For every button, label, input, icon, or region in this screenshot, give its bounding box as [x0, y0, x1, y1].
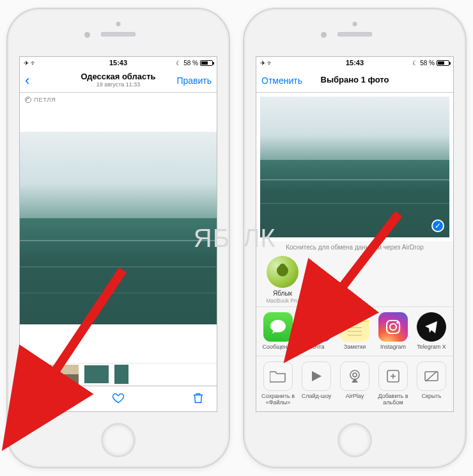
battery-icon — [437, 60, 449, 66]
hide-icon — [417, 361, 446, 391]
edit-button[interactable]: Править — [176, 75, 212, 86]
nav-subtitle: 19 августа 11:33 — [81, 82, 155, 88]
nav-title: Одесская область — [81, 72, 155, 81]
front-camera — [321, 32, 327, 38]
status-bar: ✈︎ ᯤ 15:43 ☾ 58 % — [256, 57, 453, 68]
airdrop-hint: Коснитесь для обмена данными через AirDr… — [256, 241, 453, 252]
share-button[interactable] — [31, 391, 45, 408]
notes-icon — [340, 312, 369, 342]
svg-point-11 — [353, 373, 357, 377]
navbar: Отменить Выбрано 1 фото — [256, 68, 453, 93]
share-app-telegram[interactable]: Telegram X — [412, 312, 451, 351]
share-app-messages[interactable]: Сообщение — [259, 312, 297, 351]
play-icon — [302, 361, 331, 391]
add-album-icon — [378, 361, 408, 391]
folder-icon — [263, 361, 293, 391]
moon-icon: ☾ — [412, 60, 418, 67]
battery-pct: 58 % — [183, 60, 198, 67]
share-sheet: Коснитесь для обмена данными через AirDr… — [256, 241, 453, 411]
messages-icon — [263, 312, 293, 342]
thumbnail[interactable] — [65, 365, 79, 384]
bottom-toolbar — [20, 386, 217, 411]
share-app-notes[interactable]: Заметки — [336, 312, 374, 351]
airdrop-device: MacBook Pro — [266, 298, 299, 304]
share-apps-row: Сообщение Почта Заметки — [256, 307, 453, 356]
nav-title: Выбрано 1 фото — [321, 75, 389, 84]
action-slideshow[interactable]: Слайд-шоу — [297, 361, 336, 406]
thumbnail[interactable] — [36, 365, 50, 384]
home-button[interactable] — [101, 423, 136, 457]
thumbnail[interactable] — [22, 365, 36, 384]
airdrop-name: Яблык — [263, 290, 302, 297]
selected-photo[interactable]: ✓ — [260, 97, 449, 237]
share-actions-row: Сохранить в «Файлы» Слайд-шоу AirPlay — [256, 356, 453, 411]
airplay-icon — [340, 361, 369, 391]
battery-pct: 58 % — [420, 60, 435, 67]
favorite-button[interactable] — [111, 391, 125, 408]
thumbnail-selected[interactable] — [84, 365, 109, 384]
svg-line-18 — [426, 371, 437, 381]
action-add-album[interactable]: Добавить в альбом — [374, 361, 412, 406]
status-left-icons: ✈︎ ᯤ — [24, 60, 37, 67]
trash-button[interactable] — [191, 391, 205, 408]
loop-label: ПЕТЛЯ — [34, 96, 56, 103]
phone-left: ✈︎ ᯤ 15:43 ☾ 58 % ‹ Одесская область 19 … — [6, 8, 230, 468]
telegram-icon — [417, 312, 446, 342]
status-left-icons: ✈︎ ᯤ — [260, 60, 274, 67]
airdrop-contact[interactable]: Яблык MacBook Pro — [263, 256, 302, 306]
speaker — [101, 32, 136, 36]
photo-preview[interactable] — [20, 132, 217, 324]
action-hide[interactable]: Скрыть — [412, 361, 451, 406]
status-bar: ✈︎ ᯤ 15:43 ☾ 58 % — [20, 57, 217, 68]
navbar: ‹ Одесская область 19 августа 11:33 Прав… — [20, 68, 217, 93]
loop-badge[interactable]: ПЕТЛЯ — [20, 93, 217, 106]
home-button[interactable] — [337, 423, 372, 457]
back-button[interactable]: ‹ — [25, 72, 29, 89]
thumbnail[interactable] — [114, 365, 128, 384]
instagram-icon — [378, 312, 408, 342]
action-save-files[interactable]: Сохранить в «Файлы» — [259, 361, 297, 406]
sensor-dot — [353, 22, 357, 26]
cancel-button[interactable]: Отменить — [261, 75, 302, 86]
loop-icon — [25, 97, 31, 103]
svg-point-8 — [390, 324, 396, 330]
svg-rect-3 — [307, 321, 325, 333]
battery-icon — [200, 60, 213, 66]
svg-point-9 — [396, 322, 398, 324]
airdrop-row: Яблык MacBook Pro — [256, 252, 453, 307]
svg-point-12 — [350, 370, 359, 379]
screen-left: ✈︎ ᯤ 15:43 ☾ 58 % ‹ Одесская область 19 … — [19, 56, 217, 412]
thumbnail-strip[interactable] — [20, 363, 217, 386]
status-time: 15:43 — [346, 59, 364, 67]
svg-marker-10 — [312, 371, 322, 381]
mail-icon — [302, 312, 331, 342]
share-app-instagram[interactable]: Instagram — [374, 312, 412, 351]
speaker — [337, 32, 372, 36]
airdrop-avatar-icon — [267, 256, 299, 288]
status-time: 15:43 — [109, 59, 127, 67]
sensor-dot — [116, 22, 121, 26]
action-airplay[interactable]: AirPlay — [336, 361, 374, 406]
screen-right: ✈︎ ᯤ 15:43 ☾ 58 % Отменить Выбрано 1 фот… — [256, 56, 454, 412]
share-app-mail[interactable]: Почта — [297, 312, 336, 351]
moon-icon: ☾ — [176, 60, 182, 67]
thumbnail[interactable] — [50, 365, 65, 384]
front-camera — [84, 32, 90, 38]
phone-right: ✈︎ ᯤ 15:43 ☾ 58 % Отменить Выбрано 1 фот… — [243, 8, 467, 468]
